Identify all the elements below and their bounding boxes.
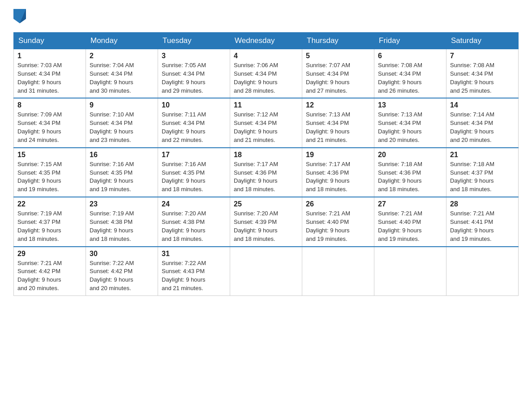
weekday-header-saturday: Saturday — [446, 33, 519, 49]
calendar-cell: 2 Sunrise: 7:04 AMSunset: 4:34 PMDayligh… — [86, 49, 158, 98]
calendar-cell — [374, 247, 446, 296]
calendar-cell: 24 Sunrise: 7:20 AMSunset: 4:38 PMDaylig… — [158, 197, 230, 246]
day-number: 3 — [162, 52, 226, 60]
day-info: Sunrise: 7:13 AMSunset: 4:34 PMDaylight:… — [378, 111, 442, 144]
day-info: Sunrise: 7:22 AMSunset: 4:42 PMDaylight:… — [90, 259, 154, 293]
day-number: 5 — [306, 52, 370, 60]
weekday-header-friday: Friday — [374, 33, 446, 49]
weekday-header-row: SundayMondayTuesdayWednesdayThursdayFrid… — [14, 33, 519, 49]
calendar-cell: 4 Sunrise: 7:06 AMSunset: 4:34 PMDayligh… — [230, 49, 302, 98]
weekday-header-tuesday: Tuesday — [158, 33, 230, 49]
day-number: 22 — [17, 200, 82, 208]
calendar-cell: 23 Sunrise: 7:19 AMSunset: 4:38 PMDaylig… — [86, 197, 158, 246]
day-number: 20 — [378, 151, 442, 159]
day-number: 12 — [306, 101, 370, 109]
day-number: 14 — [450, 101, 515, 109]
calendar-week-row: 8 Sunrise: 7:09 AMSunset: 4:34 PMDayligh… — [14, 98, 519, 147]
day-info: Sunrise: 7:10 AMSunset: 4:34 PMDaylight:… — [90, 111, 154, 144]
calendar-cell: 25 Sunrise: 7:20 AMSunset: 4:39 PMDaylig… — [230, 197, 302, 246]
calendar-cell: 18 Sunrise: 7:17 AMSunset: 4:36 PMDaylig… — [230, 148, 302, 197]
day-info: Sunrise: 7:20 AMSunset: 4:38 PMDaylight:… — [162, 210, 226, 243]
day-info: Sunrise: 7:14 AMSunset: 4:34 PMDaylight:… — [450, 111, 515, 144]
calendar-cell — [302, 247, 374, 296]
calendar-cell: 31 Sunrise: 7:22 AMSunset: 4:43 PMDaylig… — [158, 247, 230, 296]
day-number: 21 — [450, 151, 515, 159]
calendar-cell: 7 Sunrise: 7:08 AMSunset: 4:34 PMDayligh… — [446, 49, 519, 98]
day-number: 23 — [90, 200, 154, 208]
logo — [13, 9, 28, 23]
calendar-cell: 6 Sunrise: 7:08 AMSunset: 4:34 PMDayligh… — [374, 49, 446, 98]
calendar-cell: 28 Sunrise: 7:21 AMSunset: 4:41 PMDaylig… — [446, 197, 519, 246]
day-info: Sunrise: 7:17 AMSunset: 4:36 PMDaylight:… — [234, 160, 298, 194]
calendar-cell: 26 Sunrise: 7:21 AMSunset: 4:40 PMDaylig… — [302, 197, 374, 246]
day-number: 30 — [90, 250, 154, 258]
day-number: 31 — [162, 250, 226, 258]
calendar-week-row: 1 Sunrise: 7:03 AMSunset: 4:34 PMDayligh… — [14, 49, 519, 98]
calendar-cell: 30 Sunrise: 7:22 AMSunset: 4:42 PMDaylig… — [86, 247, 158, 296]
weekday-header-thursday: Thursday — [302, 33, 374, 49]
day-number: 7 — [450, 52, 515, 60]
day-info: Sunrise: 7:22 AMSunset: 4:43 PMDaylight:… — [162, 259, 226, 293]
calendar-cell: 17 Sunrise: 7:16 AMSunset: 4:35 PMDaylig… — [158, 148, 230, 197]
day-info: Sunrise: 7:06 AMSunset: 4:34 PMDaylight:… — [234, 61, 298, 95]
day-info: Sunrise: 7:08 AMSunset: 4:34 PMDaylight:… — [450, 61, 515, 95]
day-number: 15 — [17, 151, 82, 159]
day-info: Sunrise: 7:05 AMSunset: 4:34 PMDaylight:… — [162, 61, 226, 95]
day-info: Sunrise: 7:11 AMSunset: 4:34 PMDaylight:… — [162, 111, 226, 144]
day-number: 4 — [234, 52, 298, 60]
day-info: Sunrise: 7:16 AMSunset: 4:35 PMDaylight:… — [162, 160, 226, 194]
calendar-week-row: 15 Sunrise: 7:15 AMSunset: 4:35 PMDaylig… — [14, 148, 519, 197]
day-number: 27 — [378, 200, 442, 208]
day-info: Sunrise: 7:21 AMSunset: 4:40 PMDaylight:… — [378, 210, 442, 243]
calendar-cell: 22 Sunrise: 7:19 AMSunset: 4:37 PMDaylig… — [14, 197, 86, 246]
day-number: 11 — [234, 101, 298, 109]
calendar-cell: 10 Sunrise: 7:11 AMSunset: 4:34 PMDaylig… — [158, 98, 230, 147]
day-number: 24 — [162, 200, 226, 208]
day-info: Sunrise: 7:20 AMSunset: 4:39 PMDaylight:… — [234, 210, 298, 243]
day-info: Sunrise: 7:17 AMSunset: 4:36 PMDaylight:… — [306, 160, 370, 194]
day-number: 2 — [90, 52, 154, 60]
day-number: 8 — [17, 101, 82, 109]
calendar-cell: 19 Sunrise: 7:17 AMSunset: 4:36 PMDaylig… — [302, 148, 374, 197]
calendar-cell — [230, 247, 302, 296]
calendar-cell — [446, 247, 519, 296]
calendar-cell: 20 Sunrise: 7:18 AMSunset: 4:36 PMDaylig… — [374, 148, 446, 197]
calendar-cell: 9 Sunrise: 7:10 AMSunset: 4:34 PMDayligh… — [86, 98, 158, 147]
day-info: Sunrise: 7:19 AMSunset: 4:38 PMDaylight:… — [90, 210, 154, 243]
day-number: 25 — [234, 200, 298, 208]
day-number: 16 — [90, 151, 154, 159]
day-info: Sunrise: 7:15 AMSunset: 4:35 PMDaylight:… — [17, 160, 82, 194]
day-info: Sunrise: 7:21 AMSunset: 4:41 PMDaylight:… — [450, 210, 515, 243]
day-info: Sunrise: 7:08 AMSunset: 4:34 PMDaylight:… — [378, 61, 442, 95]
calendar-cell: 11 Sunrise: 7:12 AMSunset: 4:34 PMDaylig… — [230, 98, 302, 147]
weekday-header-wednesday: Wednesday — [230, 33, 302, 49]
day-info: Sunrise: 7:18 AMSunset: 4:37 PMDaylight:… — [450, 160, 515, 194]
day-info: Sunrise: 7:07 AMSunset: 4:34 PMDaylight:… — [306, 61, 370, 95]
calendar-week-row: 22 Sunrise: 7:19 AMSunset: 4:37 PMDaylig… — [14, 197, 519, 246]
calendar-cell: 5 Sunrise: 7:07 AMSunset: 4:34 PMDayligh… — [302, 49, 374, 98]
day-info: Sunrise: 7:19 AMSunset: 4:37 PMDaylight:… — [17, 210, 82, 243]
day-info: Sunrise: 7:03 AMSunset: 4:34 PMDaylight:… — [17, 61, 82, 95]
calendar-cell: 3 Sunrise: 7:05 AMSunset: 4:34 PMDayligh… — [158, 49, 230, 98]
calendar-cell: 27 Sunrise: 7:21 AMSunset: 4:40 PMDaylig… — [374, 197, 446, 246]
calendar-cell: 12 Sunrise: 7:13 AMSunset: 4:34 PMDaylig… — [302, 98, 374, 147]
calendar-cell: 14 Sunrise: 7:14 AMSunset: 4:34 PMDaylig… — [446, 98, 519, 147]
calendar-table: SundayMondayTuesdayWednesdayThursdayFrid… — [13, 32, 519, 296]
day-info: Sunrise: 7:04 AMSunset: 4:34 PMDaylight:… — [90, 61, 154, 95]
day-number: 9 — [90, 101, 154, 109]
day-info: Sunrise: 7:18 AMSunset: 4:36 PMDaylight:… — [378, 160, 442, 194]
day-number: 10 — [162, 101, 226, 109]
logo-icon — [13, 9, 26, 23]
calendar-cell: 21 Sunrise: 7:18 AMSunset: 4:37 PMDaylig… — [446, 148, 519, 197]
day-number: 18 — [234, 151, 298, 159]
day-info: Sunrise: 7:09 AMSunset: 4:34 PMDaylight:… — [17, 111, 82, 144]
day-info: Sunrise: 7:21 AMSunset: 4:42 PMDaylight:… — [17, 259, 82, 293]
day-number: 6 — [378, 52, 442, 60]
weekday-header-monday: Monday — [86, 33, 158, 49]
day-info: Sunrise: 7:13 AMSunset: 4:34 PMDaylight:… — [306, 111, 370, 144]
calendar-cell: 15 Sunrise: 7:15 AMSunset: 4:35 PMDaylig… — [14, 148, 86, 197]
calendar-cell: 8 Sunrise: 7:09 AMSunset: 4:34 PMDayligh… — [14, 98, 86, 147]
day-info: Sunrise: 7:16 AMSunset: 4:35 PMDaylight:… — [90, 160, 154, 194]
day-number: 29 — [17, 250, 82, 258]
calendar-cell: 16 Sunrise: 7:16 AMSunset: 4:35 PMDaylig… — [86, 148, 158, 197]
